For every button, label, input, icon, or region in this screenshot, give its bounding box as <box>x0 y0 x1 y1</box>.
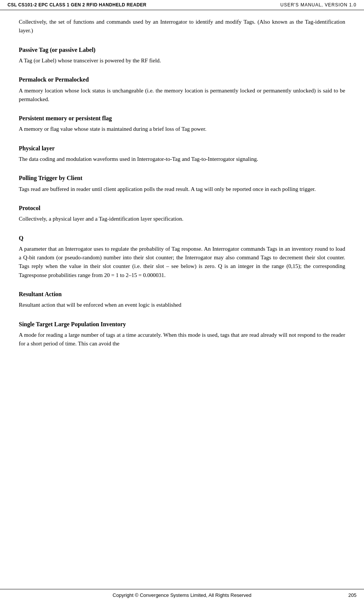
page-footer: Copyright © Convergence Systems Limited,… <box>0 589 364 601</box>
header-title-right: USER'S MANUAL, VERSION 1.0 <box>280 2 356 8</box>
section-body-polling-trigger: Tags read are buffered in reader until c… <box>19 185 345 194</box>
intro-text: Collectively, the set of functions and c… <box>19 19 345 33</box>
section-body-permalock: A memory location whose lock status is u… <box>19 86 345 104</box>
section-body-persistent-memory: A memory or flag value whose state is ma… <box>19 125 345 133</box>
section-permalock: Permalock or PermalockedA memory locatio… <box>19 76 345 104</box>
section-body-q-param: A parameter that an Interrogator uses to… <box>19 245 345 280</box>
section-title-q-param: Q <box>19 234 345 242</box>
section-title-resultant-action: Resultant Action <box>19 290 345 298</box>
footer-copyright: Copyright © Convergence Systems Limited,… <box>8 592 356 598</box>
section-title-passive-tag: Passive Tag (or passive Label) <box>19 46 345 54</box>
section-title-physical-layer: Physical layer <box>19 144 345 153</box>
section-title-protocol: Protocol <box>19 204 345 212</box>
intro-paragraph: Collectively, the set of functions and c… <box>19 18 345 35</box>
section-body-resultant-action: Resultant action that will be enforced w… <box>19 301 345 309</box>
section-resultant-action: Resultant ActionResultant action that wi… <box>19 290 345 310</box>
page-header: CSL CS101-2 EPC CLASS 1 GEN 2 RFID HANDH… <box>0 0 364 10</box>
section-q-param: QA parameter that an Interrogator uses t… <box>19 234 345 280</box>
section-body-passive-tag: A Tag (or Label) whose transceiver is po… <box>19 56 345 65</box>
section-passive-tag: Passive Tag (or passive Label)A Tag (or … <box>19 46 345 65</box>
header-title-left: CSL CS101-2 EPC CLASS 1 GEN 2 RFID HANDH… <box>8 2 147 8</box>
section-persistent-memory: Persistent memory or persistent flagA me… <box>19 114 345 134</box>
section-polling-trigger: Polling Trigger by ClientTags read are b… <box>19 174 345 194</box>
section-physical-layer: Physical layerThe data coding and modula… <box>19 144 345 164</box>
section-body-physical-layer: The data coding and modulation waveforms… <box>19 155 345 163</box>
section-body-single-target: A mode for reading a large number of tag… <box>19 331 345 348</box>
main-content: Collectively, the set of functions and c… <box>0 10 364 589</box>
section-single-target: Single Target Large Population Inventory… <box>19 320 345 348</box>
section-title-persistent-memory: Persistent memory or persistent flag <box>19 114 345 123</box>
page-container: CSL CS101-2 EPC CLASS 1 GEN 2 RFID HANDH… <box>0 0 364 601</box>
section-body-protocol: Collectively, a physical layer and a Tag… <box>19 215 345 223</box>
footer-page-number: 205 <box>348 592 356 598</box>
section-title-permalock: Permalock or Permalocked <box>19 76 345 84</box>
section-protocol: ProtocolCollectively, a physical layer a… <box>19 204 345 224</box>
sections-container: Passive Tag (or passive Label)A Tag (or … <box>19 46 345 348</box>
section-title-single-target: Single Target Large Population Inventory <box>19 320 345 329</box>
section-title-polling-trigger: Polling Trigger by Client <box>19 174 345 182</box>
